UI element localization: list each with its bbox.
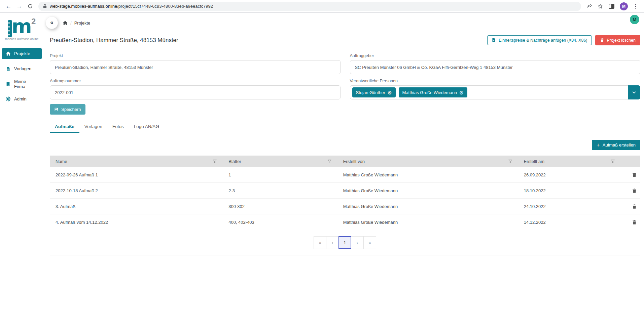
pagination: « ‹ 1 › »	[50, 236, 640, 249]
sidebar-item-label: Meine Firma	[14, 79, 38, 89]
auftragsnummer-input[interactable]	[50, 85, 341, 99]
reload-icon[interactable]	[25, 1, 35, 11]
delete-row-icon[interactable]	[632, 172, 637, 177]
cell-erstellt-von: Matthias Große Wiedemann	[337, 188, 518, 193]
forward-icon[interactable]: →	[14, 1, 24, 11]
chevron-down-icon	[632, 90, 636, 95]
page-title: Preußen-Stadion, Hammer Straße, 48153 Mü…	[50, 37, 178, 44]
table-row[interactable]: 3. Aufmaß 300-302 Matthias Große Wiedema…	[50, 199, 640, 214]
cell-blaetter: 2-3	[223, 188, 337, 193]
url-bar[interactable]: web-stage.mobiles-aufmass.online/project…	[38, 2, 581, 11]
user-avatar[interactable]: M	[630, 15, 639, 24]
column-header-erstellt-von: Erstellt von	[343, 159, 365, 164]
building-icon	[5, 82, 11, 86]
side-panel-icon[interactable]	[609, 4, 614, 9]
document-icon	[5, 67, 11, 71]
filter-icon[interactable]	[213, 159, 217, 164]
table-row[interactable]: 2022-10-18 Aufmaß 2 2-3 Matthias Große W…	[50, 183, 640, 199]
bookmark-star-icon[interactable]	[595, 1, 605, 11]
personen-label: Verantwortliche Personen	[350, 79, 641, 83]
filter-icon[interactable]	[327, 159, 332, 164]
cell-erstellt-von: Matthias Große Wiedemann	[337, 204, 518, 209]
delete-row-icon[interactable]	[632, 220, 637, 225]
auftraggeber-label: Auftraggeber	[350, 53, 641, 58]
cell-blaetter: 1	[223, 172, 337, 177]
url-path: /project/15cf7448-6c83-4800-83eb-a9eeacf…	[117, 4, 213, 9]
attach-prices-button[interactable]: Einheitspreise & Nachträge anfügen (X84,…	[487, 35, 592, 45]
create-aufmass-label: Aufmaß erstellen	[603, 142, 636, 148]
back-icon[interactable]: ←	[3, 1, 13, 11]
chip-remove-icon[interactable]: ⊗	[388, 90, 392, 95]
tab-logo-an-ag[interactable]: Logo AN/AG	[129, 124, 164, 133]
auftraggeber-input[interactable]	[350, 60, 641, 74]
sidebar-collapse-button[interactable]: «	[46, 17, 58, 29]
trash-icon	[600, 38, 604, 42]
cell-erstellt-von: Matthias Große Wiedemann	[337, 172, 518, 177]
browser-toolbar: ← → web-stage.mobiles-aufmass.online/pro…	[0, 0, 644, 13]
home-icon	[5, 51, 11, 56]
tab-fotos[interactable]: Fotos	[107, 124, 129, 133]
projekt-input[interactable]	[50, 60, 341, 74]
tab-aufmasse[interactable]: Aufmaße	[50, 124, 79, 133]
browser-window: ← → web-stage.mobiles-aufmass.online/pro…	[0, 0, 644, 334]
person-chip-label: Stojan Günther	[356, 90, 385, 95]
cell-erstellt-am: 24.10.2022	[518, 204, 621, 209]
aufmass-table: Name Blätter Erstellt von Erstellt am	[50, 156, 640, 255]
sidebar-item-projekte[interactable]: Projekte	[2, 48, 42, 59]
cell-name: 2022-09-26 Aufmaß 1	[50, 172, 223, 177]
app-logo: m 2 mobiles-aufmass.online	[3, 16, 40, 41]
attach-prices-label: Einheitspreise & Nachträge anfügen (X84,…	[499, 38, 587, 43]
delete-row-icon[interactable]	[632, 188, 637, 193]
logo-letter: m	[12, 16, 31, 37]
sidebar-item-label: Admin	[14, 96, 27, 101]
table-row[interactable]: 4. Aufmaß vom 14.12.2022 400, 402-403 Ma…	[50, 214, 640, 230]
cell-erstellt-am: 14.12.2022	[518, 220, 621, 225]
delete-project-label: Projekt löschen	[607, 38, 636, 43]
plus-icon: +	[597, 142, 600, 148]
sidebar-item-vorlagen[interactable]: Vorlagen	[2, 63, 42, 74]
sidebar-item-admin[interactable]: Admin	[2, 93, 42, 105]
personen-multiselect[interactable]: Stojan Günther ⊗ Matthias Große Wiedeman…	[350, 85, 641, 99]
delete-project-button[interactable]: Projekt löschen	[595, 35, 640, 45]
person-chip[interactable]: Stojan Günther ⊗	[352, 87, 396, 97]
ruler-icon	[8, 20, 12, 37]
chip-remove-icon[interactable]: ⊗	[459, 90, 464, 95]
tab-vorlagen[interactable]: Vorlagen	[79, 124, 107, 133]
lock-icon	[43, 4, 47, 8]
url-domain: web-stage.mobiles-aufmass.online	[50, 4, 117, 9]
save-button[interactable]: Speichern	[50, 104, 85, 115]
pagination-page-1-button[interactable]: 1	[338, 236, 351, 249]
breadcrumb-current[interactable]: Projekte	[74, 20, 91, 26]
table-row[interactable]: 2022-09-26 Aufmaß 1 1 Matthias Große Wie…	[50, 167, 640, 183]
cell-erstellt-von: Matthias Große Wiedemann	[337, 220, 518, 225]
logo-exponent: 2	[31, 17, 36, 26]
breadcrumb-home-icon[interactable]	[63, 20, 68, 26]
sidebar: m 2 mobiles-aufmass.online Projekte Vorl…	[0, 13, 44, 334]
personen-dropdown-button[interactable]	[628, 85, 640, 99]
table-header: Name Blätter Erstellt von Erstellt am	[50, 156, 640, 167]
sidebar-item-meine-firma[interactable]: Meine Firma	[2, 78, 42, 89]
column-header-erstellt-am: Erstellt am	[524, 159, 544, 164]
pagination-last-button[interactable]: »	[363, 236, 376, 249]
cell-blaetter: 300-302	[223, 204, 337, 209]
sidebar-item-label: Vorlagen	[14, 66, 31, 71]
filter-icon[interactable]	[611, 159, 615, 164]
create-aufmass-button[interactable]: + Aufmaß erstellen	[592, 140, 640, 150]
browser-profile-avatar[interactable]: M	[620, 2, 628, 10]
auftragsnummer-label: Auftragsnummer	[50, 79, 341, 83]
pagination-prev-button[interactable]: ‹	[326, 236, 339, 249]
person-chip-label: Matthias Große Wiedemann	[402, 90, 457, 95]
share-icon[interactable]	[584, 1, 595, 11]
filter-icon[interactable]	[508, 159, 512, 164]
cell-erstellt-am: 18.10.2022	[518, 188, 621, 193]
pagination-first-button[interactable]: «	[314, 236, 326, 249]
gear-icon	[5, 96, 11, 101]
delete-row-icon[interactable]	[632, 204, 637, 209]
person-chip[interactable]: Matthias Große Wiedemann ⊗	[399, 87, 467, 97]
column-header-blaetter: Blätter	[228, 159, 241, 164]
save-button-label: Speichern	[61, 107, 81, 112]
pagination-next-button[interactable]: ›	[351, 236, 364, 249]
browser-menu-icon[interactable]: ⋮	[631, 1, 641, 11]
sidebar-nav: Projekte Vorlagen Meine Firma Admin	[0, 48, 44, 105]
sidebar-item-label: Projekte	[14, 51, 30, 56]
